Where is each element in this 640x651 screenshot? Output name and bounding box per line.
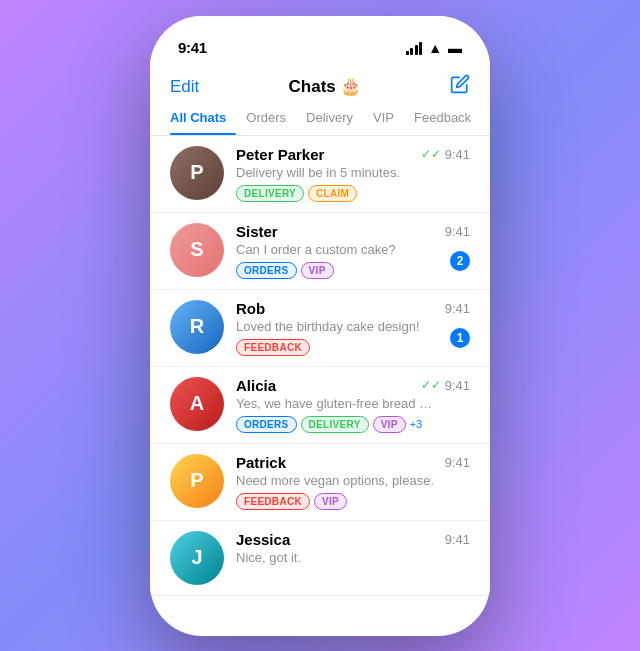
chat-message: Loved the birthday cake design!: [236, 319, 436, 334]
chat-item[interactable]: SSister9:41Can I order a custom cake?ORD…: [150, 213, 490, 290]
chat-name: Alicia: [236, 377, 276, 394]
chat-content: Jessica9:41Nice, got it.: [236, 531, 470, 570]
tag-orders: ORDERS: [236, 416, 297, 433]
unread-badge: 2: [450, 251, 470, 271]
chat-message: Can I order a custom cake?: [236, 242, 436, 257]
signal-icon: [406, 41, 423, 55]
chat-item[interactable]: AAlicia✓✓9:41Yes, we have gluten-free br…: [150, 367, 490, 444]
chat-name: Patrick: [236, 454, 286, 471]
page-title: Chats 🎂: [289, 76, 361, 97]
chat-tags: ORDERSVIP: [236, 262, 470, 279]
tag-vip: VIP: [373, 416, 406, 433]
chat-content: Rob9:41Loved the birthday cake design!FE…: [236, 300, 470, 356]
chat-item[interactable]: JJessica9:41Nice, got it.: [150, 521, 490, 596]
chat-item[interactable]: PPatrick9:41Need more vegan options, ple…: [150, 444, 490, 521]
chat-tags: ORDERSDELIVERYVIP+3: [236, 416, 470, 433]
chat-item[interactable]: RRob9:41Loved the birthday cake design!F…: [150, 290, 490, 367]
chat-time: 9:41: [445, 224, 470, 239]
status-time: 9:41: [178, 39, 207, 56]
chat-message: Yes, we have gluten-free bread available…: [236, 396, 436, 411]
avatar: R: [170, 300, 224, 354]
avatar: P: [170, 454, 224, 508]
tag-more: +3: [410, 418, 423, 430]
compose-button[interactable]: [450, 74, 470, 100]
tag-orders: ORDERS: [236, 262, 297, 279]
read-check-icon: ✓✓: [421, 147, 441, 161]
tab-all-chats[interactable]: All Chats: [170, 110, 236, 135]
unread-badge: 1: [450, 328, 470, 348]
chat-message: Nice, got it.: [236, 550, 436, 565]
chat-content: Peter Parker✓✓9:41Delivery will be in 5 …: [236, 146, 470, 202]
chat-tags: DELIVERYCLAIM: [236, 185, 470, 202]
status-bar: 9:41 ▲ ▬: [150, 16, 490, 66]
avatar: A: [170, 377, 224, 431]
tag-delivery: DELIVERY: [301, 416, 369, 433]
chat-name: Jessica: [236, 531, 290, 548]
wifi-icon: ▲: [428, 40, 442, 56]
battery-icon: ▬: [448, 40, 462, 56]
chat-content: Sister9:41Can I order a custom cake?ORDE…: [236, 223, 470, 279]
tag-delivery: DELIVERY: [236, 185, 304, 202]
edit-button[interactable]: Edit: [170, 77, 199, 97]
chat-message: Delivery will be in 5 minutes.: [236, 165, 436, 180]
tab-feedback[interactable]: Feedback: [404, 110, 481, 135]
header: Edit Chats 🎂: [150, 66, 490, 100]
tag-vip: VIP: [314, 493, 347, 510]
avatar: P: [170, 146, 224, 200]
read-check-icon: ✓✓: [421, 378, 441, 392]
chat-time: 9:41: [445, 378, 470, 393]
chat-content: Alicia✓✓9:41Yes, we have gluten-free bre…: [236, 377, 470, 433]
tag-claim: CLAIM: [308, 185, 357, 202]
chat-list: PPeter Parker✓✓9:41Delivery will be in 5…: [150, 136, 490, 596]
tab-delivery[interactable]: Delivery: [296, 110, 363, 135]
chat-message: Need more vegan options, please.: [236, 473, 436, 488]
phone-frame: 9:41 ▲ ▬ Edit Chats 🎂 All Chats: [150, 16, 490, 636]
tag-feedback: FEEDBACK: [236, 493, 310, 510]
chat-content: Patrick9:41Need more vegan options, plea…: [236, 454, 470, 510]
chat-tags: FEEDBACK: [236, 339, 470, 356]
avatar: S: [170, 223, 224, 277]
status-icons: ▲ ▬: [406, 40, 462, 56]
chat-name: Sister: [236, 223, 278, 240]
chat-time: 9:41: [445, 301, 470, 316]
chat-item[interactable]: PPeter Parker✓✓9:41Delivery will be in 5…: [150, 136, 490, 213]
chat-time: 9:41: [445, 147, 470, 162]
avatar: J: [170, 531, 224, 585]
chat-name: Peter Parker: [236, 146, 324, 163]
chat-name: Rob: [236, 300, 265, 317]
chat-time: 9:41: [445, 532, 470, 547]
chat-time: 9:41: [445, 455, 470, 470]
tag-vip: VIP: [301, 262, 334, 279]
tab-bar: All Chats Orders Delivery VIP Feedback: [150, 100, 490, 136]
chat-tags: FEEDBACKVIP: [236, 493, 470, 510]
tag-feedback: FEEDBACK: [236, 339, 310, 356]
tab-vip[interactable]: VIP: [363, 110, 404, 135]
tab-orders[interactable]: Orders: [236, 110, 296, 135]
